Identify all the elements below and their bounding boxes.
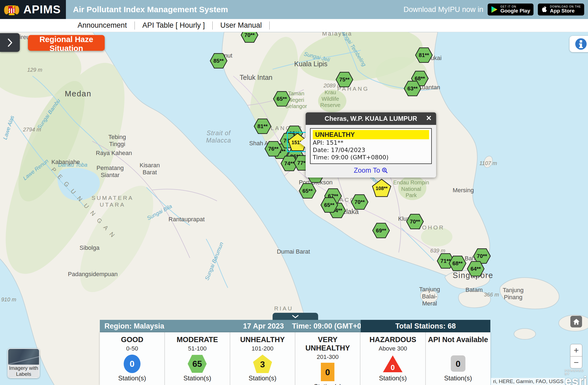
svg-text:70**: 70** [410, 219, 420, 225]
svg-text:65**: 65** [324, 202, 334, 208]
download-area: Download MyIPU now in GET IT ONGoogle Pl… [404, 4, 584, 15]
main-nav: AnnouncementAPI Table [ Hourly ]User Man… [0, 19, 588, 32]
status-badge: UNHEALTHY [313, 130, 429, 139]
api-time: Time: 09:00 (GMT+0800) [313, 154, 429, 161]
station-marker[interactable]: 70** [351, 194, 369, 210]
apple-icon [541, 6, 548, 13]
station-marker[interactable]: 75** [335, 72, 353, 87]
zoom-out-button[interactable]: − [570, 356, 582, 368]
legend-category-good: GOOD0-500Station(s) [100, 332, 165, 385]
popup-pointer [299, 137, 306, 148]
category-unit: Station(s) [230, 374, 295, 382]
category-unit: Station(s) [295, 383, 360, 385]
zoom-in-button[interactable]: + [570, 344, 582, 356]
svg-text:65**: 65** [277, 96, 287, 102]
svg-text:65: 65 [193, 359, 202, 369]
svg-text:0: 0 [391, 364, 395, 372]
apims-app: APIMS Air Pollutant Index Management Sys… [0, 0, 588, 385]
svg-text:64**: 64** [471, 266, 481, 272]
category-range: 101-200 [230, 345, 295, 353]
svg-text:70**: 70** [354, 199, 365, 205]
legend-region: Region: Malaysia [100, 322, 164, 330]
page-title: Air Pollutant Index Management System [73, 5, 228, 14]
station-marker[interactable]: 68** [449, 255, 466, 271]
station-marker[interactable]: 108** [372, 178, 392, 197]
chevron-right-icon [7, 38, 13, 47]
station-marker[interactable]: 64** [467, 261, 485, 277]
category-range: 51-100 [165, 345, 229, 353]
category-range [426, 345, 490, 353]
legend-shape-circle: 0 [122, 354, 143, 374]
regional-haze-button[interactable]: Regional Haze Situation [28, 35, 105, 51]
google-play-text: Google Play [500, 8, 530, 14]
header-titlebar: Air Pollutant Index Management System Do… [66, 0, 588, 19]
nav-item-user-manual[interactable]: User Manual [213, 21, 269, 30]
api-info-box: UNHEALTHY API: 151** Date: 17/04/2023 Ti… [310, 128, 432, 164]
google-play-icon [491, 6, 498, 13]
legend-category-unhealthy: UNHEALTHY101-2003Station(s) [230, 332, 295, 385]
popup-station-title: Cheras, W.P. KUALA LUMPUR [325, 115, 417, 122]
home-extent-button[interactable] [570, 316, 582, 327]
station-marker[interactable]: 76** [264, 141, 282, 157]
category-name: GOOD [100, 336, 164, 344]
legend-shape-rounded: 0 [448, 354, 469, 374]
nav-item-api-table-hourly[interactable]: API Table [ Hourly ] [135, 21, 213, 30]
app-header: APIMS Air Pollutant Index Management Sys… [0, 0, 588, 19]
svg-text:85**: 85** [213, 58, 224, 64]
station-marker[interactable]: 70** [406, 214, 424, 229]
svg-text:0: 0 [325, 367, 330, 377]
map-container[interactable]: Bireuen129 mMedanSungai Bambu2794 mLawe … [0, 32, 588, 385]
brand-block: APIMS [0, 0, 66, 19]
station-popup: Cheras, W.P. KUALA LUMPUR ✕ UNHEALTHY AP… [306, 112, 436, 178]
api-value: API: 151** [313, 139, 429, 147]
category-range: Above 300 [360, 345, 425, 353]
app-store-text: App Store [550, 8, 581, 14]
svg-text:68**: 68** [452, 260, 463, 266]
category-name: UNHEALTHY [230, 336, 295, 344]
zoom-to-link[interactable]: Zoom To [354, 166, 388, 174]
legend-shape-square: 0 [317, 362, 338, 382]
category-unit: Station(s) [100, 374, 164, 382]
category-unit: Station(s) [426, 374, 490, 382]
sidebar-expand-tab[interactable] [0, 33, 20, 52]
api-date: Date: 17/04/2023 [313, 147, 429, 154]
legend-category-api-not-available: API Not Available0Station(s) [426, 332, 490, 385]
station-marker[interactable]: 81** [415, 47, 433, 63]
category-name: VERY UNHEALTHY [295, 336, 360, 352]
nav-item-announcement[interactable]: Announcement [70, 21, 135, 30]
info-button[interactable] [570, 36, 588, 52]
category-unit: Station(s) [360, 374, 425, 382]
station-marker[interactable]: 65** [299, 183, 317, 199]
station-marker[interactable]: 63** [404, 81, 421, 96]
close-icon[interactable]: ✕ [426, 115, 432, 122]
legend-category-very-unhealthy: VERY UNHEALTHY201-3000Station(s) [295, 332, 360, 385]
legend-total-stations: Total Stations: 68 [361, 320, 490, 332]
legend-date: 17 Apr 2023 [243, 322, 284, 330]
magnifier-plus-icon [382, 168, 388, 173]
station-marker[interactable]: 69** [372, 223, 390, 238]
station-marker[interactable]: 70** [241, 32, 258, 43]
category-name: API Not Available [426, 336, 490, 344]
info-icon [575, 38, 587, 50]
svg-text:75**: 75** [339, 77, 350, 83]
svg-text:74**: 74** [284, 160, 295, 166]
svg-text:63**: 63** [407, 86, 418, 91]
zoom-to-label: Zoom To [354, 166, 380, 174]
legend-collapse-tab[interactable] [273, 313, 318, 320]
app-store-badge[interactable]: Download on theApp Store [538, 4, 584, 15]
google-play-badge[interactable]: GET IT ONGoogle Play [488, 4, 533, 15]
popup-header: Cheras, W.P. KUALA LUMPUR ✕ [306, 112, 436, 125]
station-marker[interactable]: 65** [320, 197, 338, 213]
station-marker[interactable]: 65** [273, 91, 291, 107]
app-abbreviation: APIMS [23, 3, 61, 16]
svg-text:69**: 69** [376, 228, 386, 233]
svg-text:70**: 70** [244, 32, 255, 38]
station-marker[interactable]: 85** [210, 53, 228, 69]
legend-shape-hexagon: 65 [187, 354, 208, 374]
popup-body: UNHEALTHY API: 151** Date: 17/04/2023 Ti… [306, 125, 436, 178]
station-marker[interactable]: 81** [254, 118, 271, 134]
category-name: HAZARDOUS [360, 336, 425, 344]
svg-text:76**: 76** [268, 146, 279, 152]
basemap-toggle-thumbnail[interactable]: Imagery with Labels [8, 348, 40, 378]
legend-shape-pentagon: 3 [252, 354, 273, 374]
